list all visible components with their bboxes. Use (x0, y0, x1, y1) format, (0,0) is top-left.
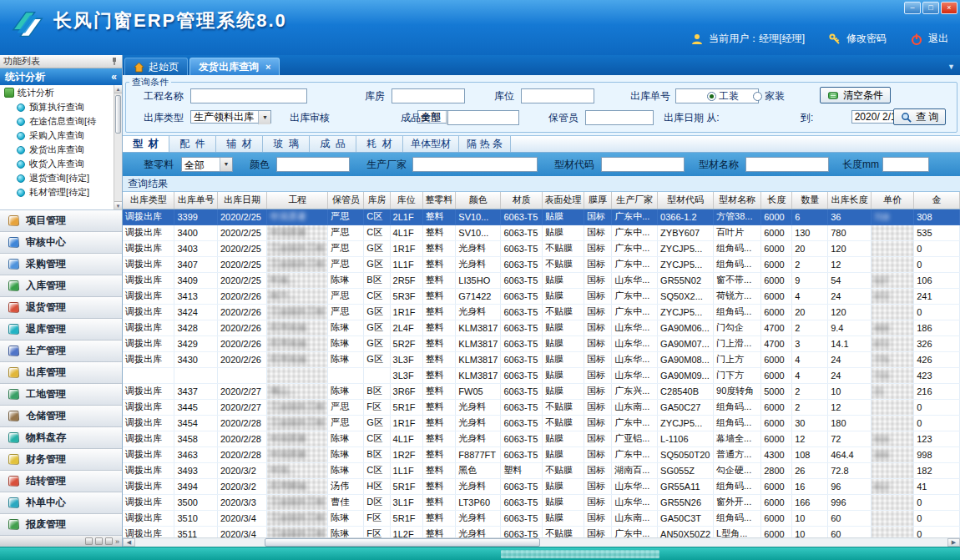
table-cell[interactable]: 6000 (761, 304, 792, 320)
sidebar-item-outbound[interactable]: 出库管理 (0, 362, 122, 384)
table-cell[interactable]: 广亚铝... (612, 431, 658, 446)
table-cell[interactable]: 窗不带... (714, 272, 761, 288)
table-cell[interactable]: 2 (792, 256, 828, 272)
table-cell[interactable]: 荷锐方... (714, 288, 761, 304)
table-cell[interactable]: G71422 (456, 288, 501, 304)
table-cell[interactable]: 872 (871, 335, 914, 351)
sidebar-toolbar-button-2[interactable] (95, 537, 103, 545)
table-cell[interactable]: 812 (871, 478, 914, 494)
table-cell[interactable]: 调拨出库 (123, 446, 174, 462)
table-cell[interactable]: 工业园共工程 (267, 256, 328, 272)
table-cell[interactable]: 陈琳 (328, 510, 364, 526)
table-cell[interactable]: 整料 (422, 446, 456, 462)
table-cell[interactable]: 山东华... (612, 335, 658, 351)
table-cell[interactable]: 6063-T5 (501, 320, 543, 335)
table-cell[interactable]: 3L3F (390, 351, 422, 367)
table-cell[interactable]: 6063-T5 (501, 351, 543, 367)
table-cell[interactable]: 2020/2/26 (217, 288, 266, 304)
table-cell[interactable]: 贴膜 (543, 383, 584, 399)
table-cell[interactable]: F8877FT (456, 446, 501, 462)
table-row[interactable]: 调拨出库34002020/2/25华润原著严思C区4L1F整料SV10...60… (123, 225, 960, 240)
table-row[interactable]: 调拨出库34542020/2/28工业园共工程严思G区1R1F整料光身料6063… (123, 415, 960, 431)
table-cell[interactable]: 6000 (761, 351, 792, 367)
table-cell[interactable]: G区 (364, 351, 390, 367)
table-cell[interactable]: 216 (914, 383, 960, 399)
table-cell[interactable]: 国标 (584, 335, 611, 351)
scroll-right-icon[interactable]: ▶ (947, 538, 960, 547)
table-cell[interactable]: 12 (792, 431, 828, 446)
sidebar-item-scrap[interactable]: 报废管理 (0, 514, 122, 536)
table-cell[interactable]: 186 (914, 320, 960, 335)
table-cell[interactable]: 光身料 (456, 478, 501, 494)
table-cell[interactable]: G区 (364, 256, 390, 272)
table-cell[interactable]: 775 (871, 351, 914, 367)
table-cell[interactable]: 0 (914, 415, 960, 431)
tree-item[interactable]: 发货出库查询 (0, 143, 122, 157)
table-cell[interactable]: 整料 (422, 399, 456, 415)
table-cell[interactable]: 2020/2/26 (217, 351, 266, 367)
column-header[interactable]: 库房 (364, 192, 390, 209)
table-cell[interactable]: 60 (828, 526, 872, 537)
table-cell[interactable]: 6000 (761, 209, 792, 225)
table-cell[interactable]: 调拨出库 (123, 431, 174, 446)
table-row[interactable]: 调拨出库34032020/2/25工业园共工程严思G区1R1F整料光身料6063… (123, 240, 960, 256)
table-cell[interactable]: 调拨出库 (123, 351, 174, 367)
table-cell[interactable]: 715 (871, 367, 914, 383)
profile-code-input[interactable] (601, 157, 685, 172)
tree-item[interactable]: 退货查询[待定] (0, 171, 122, 185)
table-cell[interactable]: 整料 (422, 225, 456, 240)
table-cell[interactable]: 广东中... (612, 446, 658, 462)
table-cell[interactable]: 3494 (174, 478, 218, 494)
table-cell[interactable]: GR55A11 (658, 478, 714, 494)
table-cell[interactable] (364, 367, 390, 383)
table-cell[interactable]: 916 (871, 431, 914, 446)
table-cell[interactable]: 6000 (761, 494, 792, 510)
table-cell[interactable]: 贴膜 (543, 446, 584, 462)
tab-list-dropdown-icon[interactable]: ▼ (947, 63, 955, 71)
table-cell[interactable]: 严思 (328, 256, 364, 272)
color-input[interactable] (276, 157, 350, 172)
material-tab-1[interactable]: 配 件 (169, 136, 216, 152)
table-cell[interactable]: 2R5F (390, 272, 422, 288)
table-cell[interactable]: 整料 (422, 510, 456, 526)
table-cell[interactable]: 3409 (174, 272, 218, 288)
table-cell[interactable]: 华润... (267, 462, 328, 478)
table-cell[interactable]: 0 (914, 240, 960, 256)
project-name-input[interactable] (190, 88, 307, 103)
table-cell[interactable]: 勾企硬... (714, 462, 761, 478)
table-cell[interactable]: 6000 (761, 240, 792, 256)
column-header[interactable]: 金 (914, 192, 960, 209)
table-cell[interactable]: 调拨出库 (123, 209, 174, 225)
table-cell[interactable]: 贴膜 (543, 225, 584, 240)
table-cell[interactable]: L型角... (714, 526, 761, 537)
table-cell[interactable]: 山东华... (612, 272, 658, 288)
table-cell[interactable]: 2L1F (390, 209, 422, 225)
column-header[interactable]: 工程 (267, 192, 328, 209)
table-row[interactable]: 3L3F整料KLM38176063-T5贴膜国标山东华...GA90M09...… (123, 367, 960, 383)
table-cell[interactable]: 6063-T5 (501, 526, 543, 537)
table-cell[interactable]: SV10... (456, 209, 501, 225)
table-cell[interactable]: SG055Z (658, 462, 714, 478)
material-tab-2[interactable]: 辅 材 (216, 136, 263, 152)
table-cell[interactable]: 幕墙全... (714, 431, 761, 446)
column-header[interactable]: 出库日期 (217, 192, 266, 209)
table-cell[interactable]: 华润原著 (267, 225, 328, 240)
table-cell[interactable]: 华润原著 (267, 209, 328, 225)
table-cell[interactable]: 120 (828, 304, 872, 320)
table-cell[interactable]: 54 (828, 272, 872, 288)
table-cell[interactable]: 普通方... (714, 446, 761, 462)
table-cell[interactable]: 湖南百... (612, 462, 658, 478)
outbound-type-select[interactable]: 生产领料出库 ▼ (190, 110, 271, 124)
table-cell[interactable]: 整料 (422, 304, 456, 320)
table-cell[interactable]: 整料 (422, 256, 456, 272)
table-cell[interactable]: 41 (914, 478, 960, 494)
table-cell[interactable]: 广东中... (612, 304, 658, 320)
table-cell[interactable]: 整料 (422, 383, 456, 399)
table-cell[interactable]: 6000 (761, 367, 792, 383)
sidebar-item-carryover[interactable]: 结转管理 (0, 471, 122, 492)
column-header[interactable]: 型材名称 (714, 192, 761, 209)
material-tab-6[interactable]: 单体型材 (403, 136, 459, 152)
table-cell[interactable]: G区 (364, 240, 390, 256)
table-cell[interactable]: 国标 (584, 446, 611, 462)
table-cell[interactable]: 工业园共工程 (267, 415, 328, 431)
